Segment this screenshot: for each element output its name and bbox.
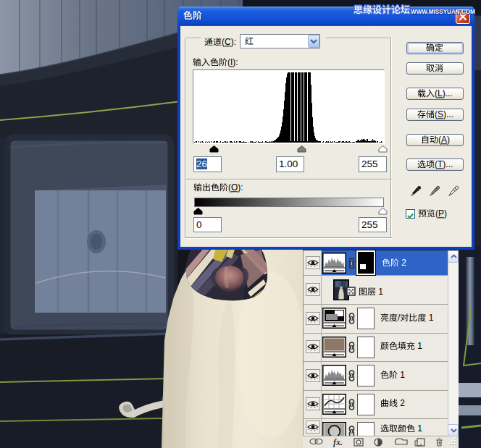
svg-text:/: / bbox=[398, 313, 401, 323]
svg-text:2: 2 bbox=[399, 258, 406, 268]
svg-text:(T)...: (T)... bbox=[435, 159, 453, 169]
svg-text:(A): (A) bbox=[438, 135, 450, 145]
svg-text:1: 1 bbox=[398, 370, 405, 380]
svg-text:(S)...: (S)... bbox=[435, 109, 453, 119]
svg-text:(L)...: (L)... bbox=[435, 88, 453, 98]
svg-text:fx.: fx. bbox=[333, 437, 343, 447]
svg-text:1: 1 bbox=[415, 341, 422, 351]
svg-text:(O):: (O): bbox=[228, 182, 243, 193]
svg-text:1: 1 bbox=[426, 313, 433, 323]
svg-text:(P): (P) bbox=[435, 208, 447, 219]
svg-text:1: 1 bbox=[376, 287, 383, 297]
svg-text:2: 2 bbox=[398, 398, 405, 408]
svg-text:1: 1 bbox=[415, 423, 422, 434]
